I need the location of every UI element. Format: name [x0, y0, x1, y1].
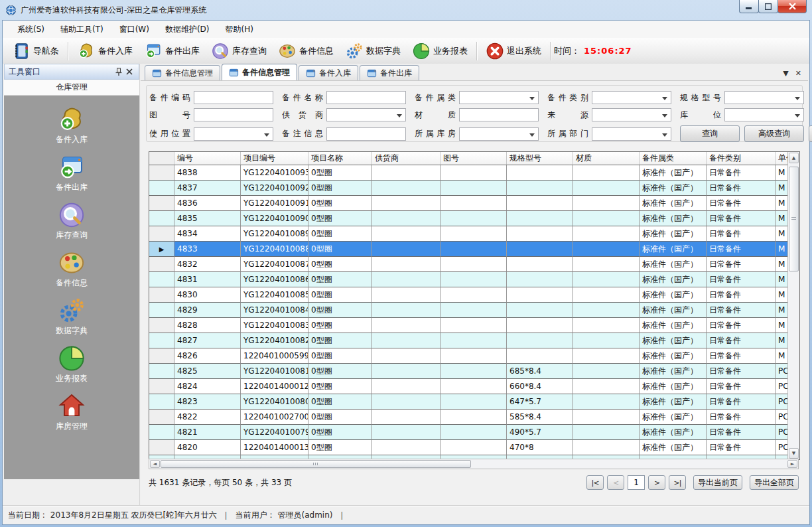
table-row[interactable]: 4825YG122040100810型圈685*8.4标准件（国产）日常备件PC: [149, 364, 788, 379]
table-cell[interactable]: 4825: [174, 364, 241, 379]
table-cell[interactable]: M: [776, 211, 788, 226]
toolbar-button-5[interactable]: 备件信息: [273, 40, 340, 62]
table-cell[interactable]: M: [776, 226, 788, 242]
table-cell[interactable]: [573, 348, 640, 364]
advanced-query-button[interactable]: 高级查询: [744, 125, 804, 142]
drawing-no-input[interactable]: [194, 108, 273, 121]
table-cell[interactable]: 日常备件: [707, 364, 776, 379]
column-header[interactable]: 项目名称: [308, 152, 372, 165]
table-cell[interactable]: 标准件（国产）: [640, 257, 707, 272]
remark-input-field[interactable]: [327, 128, 405, 140]
maximize-button[interactable]: [758, 0, 778, 13]
table-cell[interactable]: 标准件（国产）: [640, 196, 707, 211]
table-cell[interactable]: YG12204010084: [241, 303, 308, 318]
use-position-select[interactable]: [194, 127, 273, 141]
row-selector-cell[interactable]: [149, 348, 174, 364]
table-cell[interactable]: 标准件（国产）: [640, 333, 707, 348]
column-header[interactable]: 图号: [440, 152, 507, 165]
table-cell[interactable]: 标准件（国产）: [640, 440, 707, 455]
table-cell[interactable]: 0型圈: [308, 165, 372, 181]
table-cell[interactable]: YG12204010082: [241, 333, 308, 348]
table-cell[interactable]: 标准件（国产）: [640, 211, 707, 226]
table-cell[interactable]: [440, 242, 507, 257]
row-selector-cell[interactable]: [149, 196, 174, 211]
table-cell[interactable]: 685*8.4: [507, 364, 573, 379]
table-cell[interactable]: [507, 303, 573, 318]
table-cell[interactable]: 647*5.7: [507, 394, 573, 410]
table-cell[interactable]: PC: [776, 410, 788, 425]
table-cell[interactable]: 4836: [174, 196, 241, 211]
table-cell[interactable]: [372, 165, 440, 181]
table-row[interactable]: 4836YG122040100910型圈标准件（国产）日常备件M: [149, 196, 788, 211]
tab-3[interactable]: 备件入库: [299, 65, 358, 80]
table-cell[interactable]: [372, 394, 440, 410]
row-selector-cell[interactable]: [149, 165, 174, 181]
table-row[interactable]: 4823YG122040100800型圈647*5.7标准件（国产）日常备件PC: [149, 394, 788, 410]
table-cell[interactable]: 4831: [174, 272, 241, 287]
scroll-down-icon[interactable]: ▼: [789, 448, 799, 459]
column-header[interactable]: 规格型号: [507, 152, 573, 165]
table-cell[interactable]: 1220401400012: [241, 379, 308, 394]
sidebar-item-report[interactable]: 业务报表: [32, 345, 111, 384]
table-cell[interactable]: PC: [776, 425, 788, 440]
table-cell[interactable]: [573, 318, 640, 333]
minimize-button[interactable]: [739, 0, 759, 13]
column-header[interactable]: 备件属类: [640, 152, 707, 165]
table-cell[interactable]: YG12204010083: [241, 318, 308, 333]
table-cell[interactable]: 标准件（国产）: [640, 303, 707, 318]
sidebar-group-header[interactable]: 仓库管理: [4, 80, 139, 96]
table-cell[interactable]: 4835: [174, 211, 241, 226]
source-select[interactable]: [592, 108, 671, 121]
table-cell[interactable]: 标准件（国产）: [640, 410, 707, 425]
table-cell[interactable]: 日常备件: [707, 379, 776, 394]
table-row[interactable]: 4835YG122040100900型圈标准件（国产）日常备件M: [149, 211, 788, 226]
table-cell[interactable]: YG12204010085: [241, 287, 308, 303]
row-selector-header[interactable]: [149, 152, 174, 165]
table-cell[interactable]: 660*8.4: [507, 379, 573, 394]
table-cell[interactable]: YG12204010090: [241, 211, 308, 226]
table-row[interactable]: 482212204010027000型圈585*8.4标准件（国产）日常备件PC: [149, 410, 788, 425]
tab-close-icon[interactable]: ✕: [795, 69, 801, 78]
table-cell[interactable]: [372, 410, 440, 425]
tab-4[interactable]: 备件出库: [360, 65, 419, 80]
first-page-button[interactable]: |<: [586, 475, 604, 490]
warehouse-select[interactable]: [459, 127, 539, 141]
table-cell[interactable]: YG12204010087: [241, 257, 308, 272]
table-cell[interactable]: [372, 333, 440, 348]
table-cell[interactable]: [573, 272, 640, 287]
table-cell[interactable]: [573, 364, 640, 379]
table-row[interactable]: 482012204014000130型圈470*8标准件（国产）日常备件PC: [149, 440, 788, 455]
table-cell[interactable]: 0型圈: [308, 425, 372, 440]
table-cell[interactable]: [440, 226, 507, 242]
table-cell[interactable]: M: [776, 196, 788, 211]
remark-input[interactable]: [326, 127, 406, 141]
table-cell[interactable]: [573, 410, 640, 425]
material-input-field[interactable]: [460, 109, 538, 121]
table-cell[interactable]: 1220401000599: [241, 348, 308, 364]
sidebar-item-stock-query[interactable]: 库存查询: [32, 202, 111, 241]
row-selector-cell[interactable]: [149, 318, 174, 333]
table-row[interactable]: ▶4833YG122040100880型圈标准件（国产）日常备件M: [149, 242, 788, 257]
column-header[interactable]: 备件类别: [707, 152, 776, 165]
part-name-input-field[interactable]: [327, 92, 405, 104]
table-cell[interactable]: 4822: [174, 410, 241, 425]
table-cell[interactable]: [372, 211, 440, 226]
scroll-left-icon[interactable]: ◄: [150, 460, 160, 468]
table-cell[interactable]: 1220401002700: [241, 410, 308, 425]
table-cell[interactable]: 490*5.7: [507, 425, 573, 440]
table-cell[interactable]: 日常备件: [707, 425, 776, 440]
table-cell[interactable]: [372, 242, 440, 257]
table-cell[interactable]: YG12204010081: [241, 364, 308, 379]
prev-page-button[interactable]: <: [607, 475, 624, 490]
sidebar-item-part-out[interactable]: 备件出库: [32, 154, 111, 193]
table-cell[interactable]: 0型圈: [308, 242, 372, 257]
table-cell[interactable]: M: [776, 257, 788, 272]
table-cell[interactable]: 日常备件: [707, 318, 776, 333]
table-cell[interactable]: [372, 379, 440, 394]
table-cell[interactable]: [507, 272, 573, 287]
table-row[interactable]: 4827YG122040100820型圈标准件（国产）日常备件M: [149, 333, 788, 348]
table-cell[interactable]: YG12204010089: [241, 226, 308, 242]
table-cell[interactable]: [507, 181, 573, 196]
table-cell[interactable]: M: [776, 242, 788, 257]
table-cell[interactable]: [372, 364, 440, 379]
